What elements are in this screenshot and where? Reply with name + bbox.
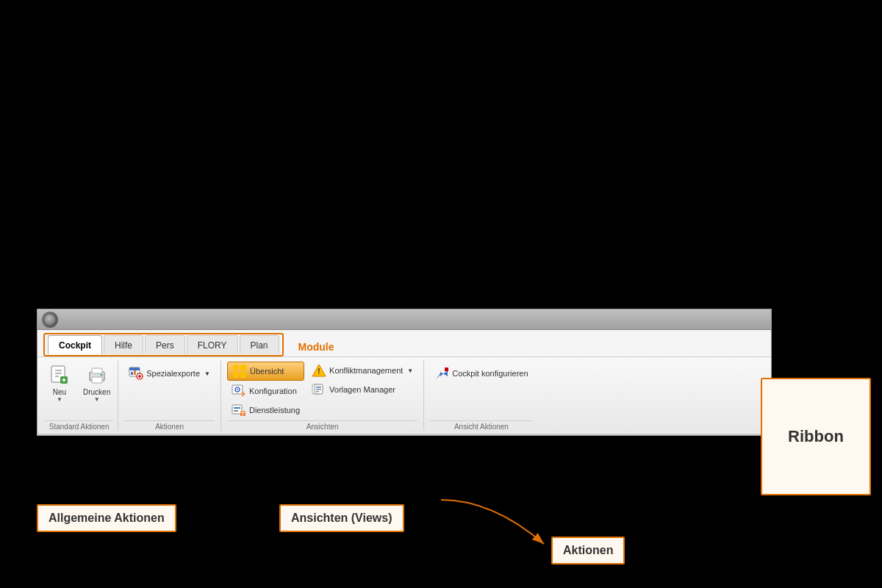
svg-rect-29 [234,407,240,409]
svg-point-25 [237,389,238,390]
svg-rect-13 [131,372,133,375]
konfiguration-icon [232,384,246,398]
btn-dienstleistung[interactable]: Dienstleistung [227,401,304,419]
svg-rect-21 [233,372,239,378]
neu-icon [48,363,71,387]
svg-rect-40 [316,391,319,392]
group-ansichten: Übersicht Konf [221,360,424,431]
svg-rect-30 [234,410,238,412]
dienstleistung-icon [232,403,246,417]
konfliktmanagement-icon: ! [312,363,326,378]
annotation-allgemeine-aktionen: Allgemeine Aktionen [37,504,176,532]
spezialexporte-arrow: ▼ [204,370,210,377]
svg-marker-41 [436,370,448,379]
svg-text:!: ! [318,368,320,376]
btn-cockpit-konfigurieren[interactable]: Cockpit konfigurieren [430,365,532,382]
app-window: Cockpit Hilfe Pers FLORY Plan Module [37,309,772,436]
svg-rect-14 [134,370,136,375]
ribbon: Neu ▼ Drucken ▼ [37,357,771,435]
tab-plan[interactable]: Plan [240,335,279,354]
cockpit-konfigurieren-icon [434,366,449,381]
svg-rect-8 [92,368,102,373]
drucken-label: Drucken [83,388,110,396]
app-logo [42,312,58,328]
vorlagen-manager-icon [312,382,326,397]
spezialexporte-icon [129,366,143,381]
svg-rect-39 [316,389,321,390]
tab-hilfe[interactable]: Hilfe [104,335,143,354]
btn-drucken[interactable]: Drucken ▼ [80,362,113,404]
drucken-arrow: ▼ [94,396,100,403]
btn-konfiguration[interactable]: Konfiguration [227,382,304,400]
konflikt-arrow: ▼ [407,368,413,374]
btn-uebersicht[interactable]: Übersicht [227,362,304,381]
group-label-ansichten: Ansichten [227,420,417,431]
svg-rect-22 [240,372,246,378]
svg-point-27 [242,392,245,395]
svg-rect-20 [240,365,246,370]
title-bar [37,309,771,330]
btn-konfliktmanagement[interactable]: ! Konfliktmanagement ▼ [307,362,417,379]
tab-module[interactable]: Module [288,337,345,356]
btn-neu[interactable]: Neu ▼ [45,362,74,404]
group-aktionen: Spezialexporte ▼ Aktionen [118,360,221,431]
group-label-ansicht-aktionen: Ansicht Aktionen [430,420,532,431]
svg-rect-9 [92,377,102,383]
svg-rect-38 [316,387,321,388]
drucken-icon [85,363,109,387]
neu-arrow: ▼ [57,396,62,403]
tab-cockpit[interactable]: Cockpit [48,335,102,354]
annotation-aktionen: Aktionen [551,537,625,564]
svg-rect-42 [445,368,448,371]
uebersicht-icon [232,364,247,379]
tab-pers[interactable]: Pers [145,335,185,354]
group-label-aktionen: Aktionen [124,420,215,431]
menu-bar: Cockpit Hilfe Pers FLORY Plan Module [37,330,771,357]
btn-spezialexporte[interactable]: Spezialexporte ▼ [124,365,215,382]
group-label-standard-aktionen: Standard Aktionen [45,420,113,431]
svg-rect-19 [233,365,239,370]
module-border: Cockpit Hilfe Pers FLORY Plan [43,333,284,356]
svg-point-10 [100,374,102,376]
group-standard-aktionen: Neu ▼ Drucken ▼ [42,360,118,431]
annotation-ansichten-views: Ansichten (Views) [279,504,404,532]
neu-label: Neu [53,388,66,396]
svg-rect-12 [129,368,140,370]
btn-vorlagen-manager[interactable]: Vorlagen Manager [307,381,417,398]
tab-flory[interactable]: FLORY [187,335,238,354]
annotation-ribbon: Ribbon [761,378,871,495]
group-ansicht-aktionen: Cockpit konfigurieren Ansicht Aktionen [424,360,538,431]
